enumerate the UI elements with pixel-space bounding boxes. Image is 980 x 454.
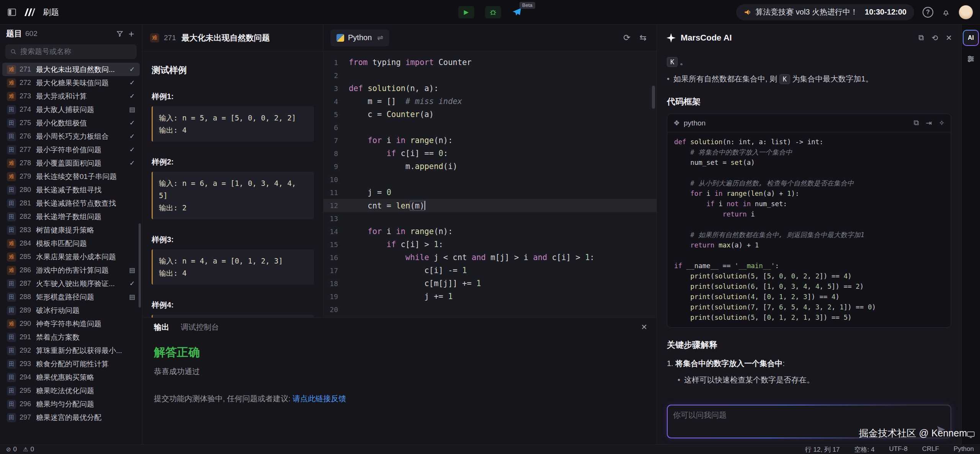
problem-list-item[interactable]: 田297糖果迷宫的最优分配	[2, 411, 140, 424]
feedback-link[interactable]: 请点此链接反馈	[292, 394, 346, 403]
problem-list-item[interactable]: 难290神奇字符串构造问题	[2, 317, 140, 330]
bell-icon[interactable]	[942, 8, 950, 16]
open-in-editor-icon[interactable]: ⧉	[918, 33, 924, 42]
warnings-indicator[interactable]: ⚠0	[23, 446, 34, 453]
history-icon[interactable]: ⟲	[931, 33, 938, 42]
code-line[interactable]: 8 if c[i] == 0:	[323, 147, 657, 160]
run-controls: ▶ Beta	[458, 6, 522, 18]
errors-indicator[interactable]: ⊘0	[6, 446, 17, 453]
tab-python[interactable]: Python ⇌	[330, 29, 389, 46]
tab-debug-console[interactable]: 调试控制台	[181, 322, 219, 332]
problem-list-item[interactable]: 田295糖果吃法优化问题	[2, 384, 140, 397]
code-line[interactable]: 18 c[m[j]] += 1	[323, 277, 657, 290]
code-line[interactable]: 5 c = Counter(a)	[323, 108, 657, 121]
code-line[interactable]: 13	[323, 212, 657, 225]
problem-list-item[interactable]: 难285水果店果篮最小成本问题	[2, 250, 140, 264]
close-icon[interactable]: ✕	[641, 322, 647, 332]
problem-title: 最长递减路径节点数查找	[36, 199, 125, 208]
code-line[interactable]: 10	[323, 173, 657, 186]
problem-number: 291	[20, 333, 33, 341]
code-line[interactable]: 20	[323, 303, 657, 316]
close-icon[interactable]: ✕	[946, 33, 952, 42]
search-box[interactable]	[5, 44, 137, 59]
problem-number: 281	[20, 199, 33, 207]
add-problem-icon[interactable]: ＋	[127, 29, 136, 38]
apply-code-icon[interactable]: ✧	[939, 119, 945, 127]
problem-list-item[interactable]: 难284模板串匹配问题	[2, 237, 140, 250]
code-line[interactable]: 3def solution(n, a):	[323, 82, 657, 95]
debug-button[interactable]	[485, 6, 501, 18]
marscode-logo[interactable]	[23, 7, 36, 18]
code-line[interactable]: 6	[323, 121, 657, 134]
code-line[interactable]: 4 m = [] # miss index	[323, 95, 657, 108]
problem-list-item[interactable]: 田288矩形棋盘路径问题▤	[2, 290, 140, 304]
editor-scrollbar[interactable]	[652, 86, 655, 109]
problem-list-item[interactable]: 田276最小周长巧克力板组合✓	[2, 130, 140, 143]
eol-setting[interactable]: CRLF	[922, 445, 939, 454]
sidebar-scrollbar[interactable]	[139, 223, 141, 308]
code-line[interactable]: 9 m.append(i)	[323, 160, 657, 173]
skills-icon[interactable]	[966, 54, 975, 63]
problem-list-item[interactable]: 田291禁着点方案数	[2, 330, 140, 344]
code-line[interactable]: 19 j += 1	[323, 290, 657, 303]
code-line[interactable]: 2	[323, 69, 657, 82]
search-input[interactable]	[20, 47, 132, 56]
line-number: 3	[323, 85, 349, 93]
reset-code-icon[interactable]: ⟳	[623, 33, 630, 43]
ai-sidebar-button[interactable]: AI	[963, 30, 979, 46]
ai-bullet: • 如果所有自然数都在集合中, 则 K 为集合中最大数字加1。	[667, 73, 951, 85]
sidebar-toggle-icon[interactable]	[7, 7, 17, 17]
language-switch-icon[interactable]: ⇌	[377, 33, 383, 42]
problem-list-item[interactable]: 田287火车驶入驶出顺序验证...✓	[2, 277, 140, 290]
problem-list-item[interactable]: 田281最长递减路径节点数查找	[2, 197, 140, 210]
problem-list-item[interactable]: 难273最大异或和计算✓	[2, 89, 140, 103]
filter-icon[interactable]	[116, 30, 124, 37]
problem-list-item[interactable]: 难286游戏中的伤害计算问题▤	[2, 264, 140, 277]
code-line[interactable]: 16 while j < cnt and m[j] > i and c[i] >…	[323, 251, 657, 264]
monitor-icon[interactable]	[966, 430, 975, 439]
problem-list-item[interactable]: 难271最大化未出现自然数问...✓	[2, 63, 140, 76]
code-line[interactable]: 17 c[i] -= 1	[323, 264, 657, 277]
problem-list-item[interactable]: 难278最小覆盖圆面积问题✓	[2, 156, 140, 170]
language-icon: ❖	[673, 119, 680, 127]
activity-banner[interactable]: 算法竞技赛 vol3 火热进行中！ 10:30-12:00	[736, 4, 914, 20]
problem-title: 最小化数组极值	[36, 118, 125, 128]
code-editor[interactable]: Python ⇌ ⟳ ⇆ 1from typing import Counter…	[323, 24, 657, 317]
code-line[interactable]: 1from typing import Counter	[323, 56, 657, 69]
editor-code-area[interactable]: 1from typing import Counter23def solutio…	[323, 51, 657, 317]
indentation-setting[interactable]: 空格: 4	[854, 445, 875, 454]
code-line[interactable]: 12 cnt = len(m)	[323, 199, 657, 212]
problem-list-item[interactable]: 田282最长递增子数组问题	[2, 210, 140, 223]
line-number: 6	[323, 124, 349, 132]
problem-list-item[interactable]: 田283树苗健康提升策略	[2, 223, 140, 237]
problem-list-item[interactable]: 田289破冰行动问题	[2, 304, 140, 317]
language-mode[interactable]: Python	[954, 445, 974, 454]
problem-list-item[interactable]: 田275最小化数组极值✓	[2, 116, 140, 130]
problem-list-item[interactable]: 田274最大敌人捕获问题▤	[2, 103, 140, 116]
code-language-label: python	[684, 119, 706, 127]
line-number: 1	[323, 59, 349, 67]
problem-list-item[interactable]: 田296糖果均匀分配问题	[2, 397, 140, 411]
problem-list-item[interactable]: 田294糖果优惠购买策略	[2, 371, 140, 384]
code-line[interactable]: 14 for i in range(n):	[323, 225, 657, 238]
problem-list-item[interactable]: 难279最长连续交替01子串问题	[2, 170, 140, 183]
code-line[interactable]: 11 j = 0	[323, 186, 657, 199]
line-number: 7	[323, 137, 349, 145]
code-line[interactable]: 7 for i in range(n):	[323, 134, 657, 147]
avatar[interactable]	[959, 5, 973, 20]
cursor-position[interactable]: 行 12, 列 17	[805, 445, 840, 454]
insert-code-icon[interactable]: ⇥	[926, 119, 932, 127]
problem-list-item[interactable]: 田292算珠重新分配以获得最小...	[2, 344, 140, 357]
problem-list-item[interactable]: 田277最小字符串价值问题✓	[2, 143, 140, 156]
compare-code-icon[interactable]: ⇆	[640, 33, 647, 43]
encoding-setting[interactable]: UTF-8	[889, 445, 907, 454]
problem-list-item[interactable]: 田280最长递减子数组寻找	[2, 183, 140, 197]
copy-icon[interactable]: ⧉	[914, 119, 919, 127]
problem-list-item[interactable]: 田293粮食分配的可能性计算	[2, 357, 140, 371]
code-line[interactable]: 15 if c[i] > 1:	[323, 238, 657, 251]
help-icon[interactable]: ?	[923, 7, 933, 18]
problem-list-item[interactable]: 难272最大化糖果美味值问题✓	[2, 76, 140, 89]
run-button[interactable]: ▶	[458, 6, 474, 18]
tab-output[interactable]: 输出	[154, 322, 169, 332]
difficulty-icon: 难	[7, 92, 16, 101]
